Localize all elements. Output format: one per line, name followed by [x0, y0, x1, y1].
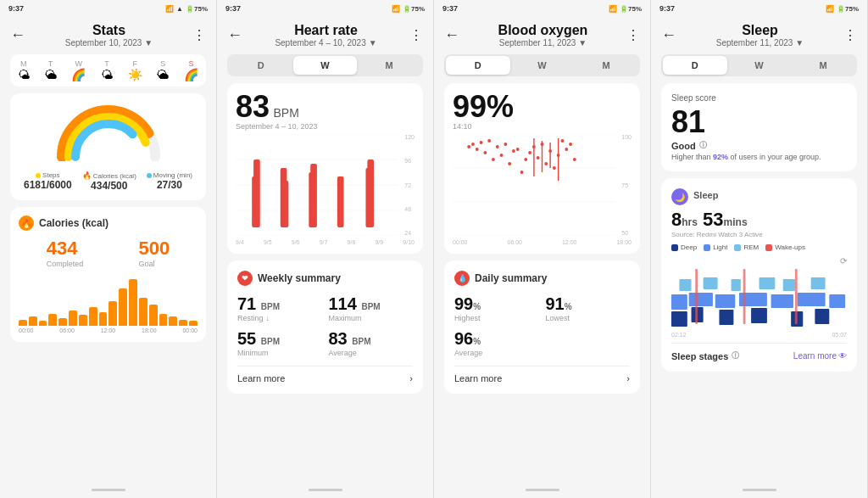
- legend-deep: Deep: [671, 243, 697, 251]
- handle-bar-2: [309, 489, 342, 491]
- back-button-3[interactable]: ←: [444, 26, 459, 44]
- handle-bar-4: [743, 489, 776, 491]
- sleep-time-display: 8hrs 53mins: [671, 209, 847, 231]
- signal-icon-4: 📶: [826, 5, 834, 13]
- svg-rect-65: [760, 277, 776, 289]
- svg-rect-62: [679, 279, 691, 291]
- svg-point-42: [565, 148, 568, 151]
- status-icons-3: 📶 🔋75%: [609, 5, 642, 13]
- calorie-bar: [169, 316, 177, 326]
- menu-button-3[interactable]: ⋮: [626, 27, 640, 43]
- svg-rect-64: [732, 279, 741, 291]
- heart-big-value-row: 83 BPM: [236, 92, 415, 122]
- learn-more-heart[interactable]: Learn more ›: [237, 366, 413, 383]
- calorie-bar: [58, 318, 67, 326]
- weekday-W: W 🌈: [71, 59, 86, 81]
- heart-chart-svg: [236, 134, 415, 236]
- menu-button-2[interactable]: ⋮: [409, 27, 423, 43]
- status-icons-4: 📶 🔋75%: [826, 5, 859, 13]
- svg-point-37: [544, 162, 548, 165]
- menu-button-1[interactable]: ⋮: [192, 27, 206, 43]
- tab-blood-W[interactable]: W: [510, 56, 575, 75]
- sleep-bar-chart: [671, 269, 847, 328]
- calorie-bar: [108, 301, 117, 326]
- svg-point-44: [573, 158, 576, 161]
- learn-more-blood[interactable]: Learn more ›: [454, 366, 630, 383]
- calories-bar-chart: [19, 275, 198, 326]
- tab-sleep-M[interactable]: M: [791, 56, 855, 75]
- stat-calories: 🔥 Calories (kcal) 434/500: [82, 171, 136, 192]
- signal-icon: 📶: [165, 5, 174, 13]
- calorie-bar: [189, 321, 198, 326]
- calorie-bar: [129, 279, 137, 326]
- info-icon: ⓘ: [699, 140, 707, 151]
- heart-rate-chart: 120 96 72 48 24: [236, 134, 415, 236]
- wifi-icon: ▲: [176, 5, 183, 13]
- header-heart: ← Heart rate September 4 – 10, 2023 ▼ ⋮: [217, 17, 433, 54]
- back-button-2[interactable]: ←: [227, 26, 242, 44]
- calories-nums: 434 Completed 500 Goal: [19, 238, 198, 268]
- blood-x-labels: 00:00 06:00 12:00 18:00: [453, 239, 632, 245]
- calorie-bar: [48, 314, 57, 327]
- panel-stats: 9:37 📶 ▲ 🔋75% ← Stats September 10, 2023…: [0, 0, 217, 498]
- status-time-4: 9:37: [659, 4, 675, 13]
- content-stats: M 🌤 T 🌥 W 🌈 T 🌤 F ☀️ S 🌥: [0, 54, 216, 481]
- tab-heart-W[interactable]: W: [293, 56, 358, 75]
- summary-grid: 71 BPM Resting ↓ 114 BPM Maximum 55 BPM …: [237, 294, 413, 357]
- svg-rect-49: [671, 311, 687, 327]
- svg-rect-51: [719, 310, 733, 325]
- calorie-bar: [39, 321, 47, 326]
- heart-main-card: 83 BPM September 4 – 10, 2023: [227, 83, 423, 254]
- back-button-4[interactable]: ←: [661, 26, 676, 44]
- calorie-bar: [149, 305, 158, 327]
- content-heart: 83 BPM September 4 – 10, 2023: [217, 83, 433, 481]
- tab-sleep-W[interactable]: W: [727, 56, 792, 75]
- summary-resting: 71 BPM Resting ↓: [237, 294, 322, 322]
- svg-point-31: [520, 171, 524, 174]
- svg-rect-6: [253, 159, 260, 227]
- svg-point-43: [569, 143, 572, 146]
- tab-heart-M[interactable]: M: [357, 56, 421, 75]
- svg-rect-59: [771, 294, 793, 308]
- svg-rect-63: [704, 277, 718, 289]
- tab-sleep-D[interactable]: D: [663, 56, 727, 75]
- battery-icon-4: 🔋75%: [837, 5, 859, 13]
- weekday-Su: S 🌈: [184, 59, 198, 81]
- tab-heart-D[interactable]: D: [229, 56, 293, 75]
- status-bar-2: 9:37 📶 🔋75%: [217, 0, 433, 17]
- heart-icon: ❤: [237, 271, 253, 286]
- svg-point-25: [496, 145, 499, 148]
- weekly-summary-card: ❤ Weekly summary 71 BPM Resting ↓ 114 BP…: [227, 260, 423, 394]
- header-center-2: Heart rate September 4 – 10, 2023 ▼: [242, 22, 409, 48]
- weekday-S: S 🌥: [157, 59, 169, 81]
- stats-row: Steps 6181/6000 🔥 Calories (kcal) 434/50…: [19, 168, 198, 192]
- blood-big-value-row: 99%: [453, 92, 632, 122]
- bottom-handle-3: [434, 481, 650, 498]
- blood-summary-grid: 99% Highest 91% Lowest 96% Average: [454, 294, 630, 357]
- svg-point-23: [487, 139, 491, 143]
- page-title-1: Stats: [25, 22, 192, 38]
- content-blood: 99% 14:10: [434, 83, 650, 481]
- status-time-2: 9:37: [225, 4, 241, 13]
- refresh-icon[interactable]: ⟳: [671, 256, 847, 266]
- svg-point-22: [483, 151, 487, 154]
- svg-point-18: [467, 145, 470, 148]
- svg-point-21: [480, 141, 483, 144]
- arc-svg: [53, 102, 164, 161]
- svg-point-33: [528, 151, 531, 154]
- tab-blood-M[interactable]: M: [574, 56, 638, 75]
- summary-title: ❤ Weekly summary: [237, 271, 413, 286]
- status-time-3: 9:37: [442, 4, 458, 13]
- tabs-sleep: D W M: [661, 54, 857, 76]
- page-date-1: September 10, 2023 ▼: [25, 38, 192, 48]
- menu-button-4[interactable]: ⋮: [843, 27, 857, 43]
- svg-rect-54: [815, 309, 829, 324]
- status-icons-1: 📶 ▲ 🔋75%: [165, 5, 208, 13]
- tab-blood-D[interactable]: D: [446, 56, 510, 75]
- svg-point-30: [516, 148, 520, 151]
- sleep-score-section: Sleep score 81 Good ⓘ Higher than 92% of…: [661, 83, 857, 171]
- sleep-quality: Good ⓘ: [671, 140, 847, 151]
- header-center-1: Stats September 10, 2023 ▼: [25, 22, 192, 48]
- learn-more-sleep[interactable]: Learn more 👁: [793, 351, 847, 361]
- back-button-1[interactable]: ←: [10, 26, 25, 44]
